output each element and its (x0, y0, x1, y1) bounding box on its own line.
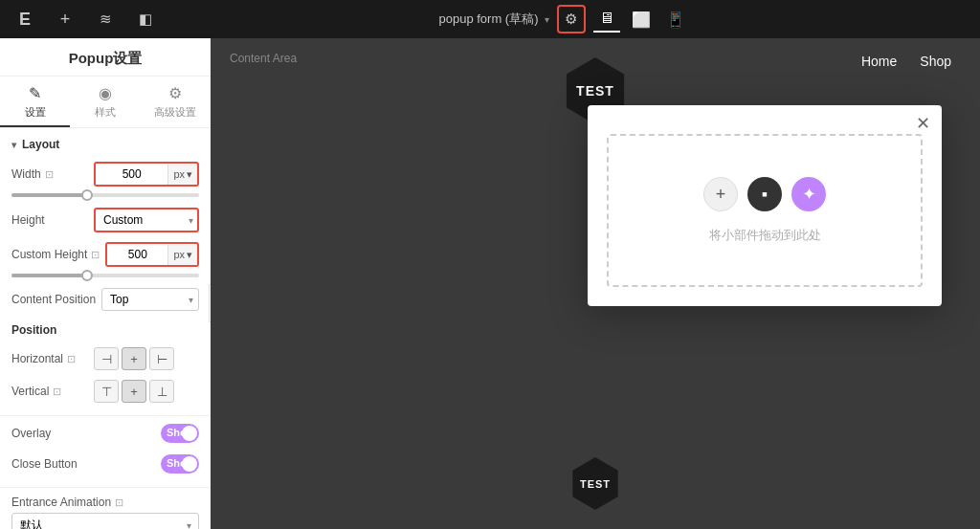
custom-height-input-group: px ▾ (105, 242, 199, 267)
topbar-center: popup form (草稿) ▾ ⚙ 🖥 ⬜ 📱 (438, 5, 688, 33)
width-slider-track (11, 193, 199, 197)
tab-settings-label: 设置 (25, 105, 46, 120)
close-button-label: Close Button (11, 457, 161, 471)
horizontal-row: Horizontal ⊡ ⊣ + ⊢ (11, 342, 199, 375)
content-position-label: Content Position (11, 293, 96, 306)
entrance-animation-select[interactable]: 默认 Fade In Slide In (11, 513, 199, 529)
custom-height-unit-dropdown[interactable]: px ▾ (167, 245, 197, 265)
custom-height-input[interactable] (107, 244, 167, 265)
elementor-icon[interactable]: E (11, 6, 38, 33)
horizontal-align-center-button[interactable]: + (122, 347, 146, 370)
custom-height-slider-fill (11, 274, 86, 277)
bottom-hex-logo: TEST (569, 457, 622, 510)
vertical-align-buttons: ⊤ + ⊥ (94, 380, 199, 403)
tablet-device-button[interactable]: ⬜ (628, 6, 655, 33)
height-select-box: Auto Custom Fit to Screen ▾ (94, 208, 199, 232)
custom-height-responsive-icon: ⊡ (91, 249, 100, 261)
close-button-row: Close Button Show (0, 449, 211, 479)
tab-style[interactable]: ◉ 样式 (70, 77, 140, 127)
custom-height-slider-row (0, 272, 211, 283)
width-unit-chevron-icon: ▾ (187, 168, 192, 181)
entrance-animation-label: Entrance Animation ⊡ (11, 496, 199, 509)
horizontal-label: Horizontal ⊡ (11, 352, 88, 365)
topbar-left: E + ≋ ◧ (11, 6, 159, 33)
vertical-label: Vertical ⊡ (11, 385, 88, 398)
horizontal-align-right-button[interactable]: ⊢ (149, 347, 174, 370)
overlay-toggle-text: Show (167, 427, 194, 438)
content-position-row: Content Position Top Middle Bottom ▾ (0, 283, 211, 316)
position-section: Position Horizontal ⊡ ⊣ + ⊢ Vertical ⊡ (0, 316, 211, 411)
nav-shop[interactable]: Shop (920, 54, 951, 69)
width-responsive-icon: ⊡ (45, 168, 54, 181)
close-button-toggle[interactable]: Show (161, 454, 199, 474)
popup-add-section-button[interactable]: ▪ (747, 177, 782, 211)
popup-modal: ✕ + ▪ ✦ 将小部件拖动到此处 (588, 105, 942, 306)
popup-drop-hint: 将小部件拖动到此处 (709, 227, 821, 244)
close-button-toggle-text: Show (167, 457, 194, 469)
popup-content-area: + ▪ ✦ 将小部件拖动到此处 (607, 134, 923, 287)
height-row: Height Auto Custom Fit to Screen ▾ (0, 203, 211, 237)
custom-height-label: Custom Height ⊡ (11, 248, 100, 261)
topbar: E + ≋ ◧ popup form (草稿) ▾ ⚙ 🖥 ⬜ 📱 (0, 0, 980, 38)
left-panel: Popup设置 ✎ 设置 ◉ 样式 ⚙ 高级设置 ▾ Layout Width (0, 38, 211, 529)
width-row: Width ⊡ px ▾ (0, 157, 211, 191)
entrance-animation-select-wrapper: 默认 Fade In Slide In ▾ (11, 513, 199, 529)
vertical-align-top-button[interactable]: ⊤ (94, 380, 119, 403)
gear-settings-button[interactable]: ⚙ (557, 5, 586, 33)
overlay-toggle[interactable]: Show (161, 424, 199, 443)
mobile-device-button[interactable]: 📱 (662, 6, 689, 33)
bottom-hex-logo-shape: TEST (569, 457, 622, 510)
popup-close-button[interactable]: ✕ (916, 115, 930, 132)
custom-height-unit-chevron-icon: ▾ (187, 249, 192, 261)
canvas-area: Content Area Home Shop TEST TEST ✕ + (211, 38, 980, 529)
horizontal-align-buttons: ⊣ + ⊢ (94, 347, 199, 370)
advanced-tab-icon: ⚙ (168, 84, 182, 102)
popup-form-title: popup form (草稿) ▾ (438, 11, 548, 28)
main-layout: Popup设置 ✎ 设置 ◉ 样式 ⚙ 高级设置 ▾ Layout Width (0, 38, 980, 529)
custom-height-slider-thumb[interactable] (81, 270, 93, 281)
custom-height-row: Custom Height ⊡ px ▾ (0, 237, 211, 272)
tab-settings[interactable]: ✎ 设置 (0, 77, 70, 127)
popup-add-icons: + ▪ ✦ (703, 177, 826, 211)
entrance-animation-responsive-icon: ⊡ (115, 496, 123, 509)
panel-collapse-button[interactable]: ‹ (209, 284, 211, 322)
layout-section-arrow-icon: ▾ (11, 140, 16, 150)
content-position-select[interactable]: Top Middle Bottom (101, 288, 199, 311)
layout-section-label: Layout (22, 138, 59, 151)
width-slider-fill (11, 193, 86, 197)
tab-advanced[interactable]: ⚙ 高级设置 (141, 77, 211, 127)
position-section-label: Position (11, 323, 199, 337)
layers-icon[interactable]: ◧ (132, 6, 159, 33)
custom-height-slider-track (11, 274, 199, 277)
nav-home[interactable]: Home (861, 54, 897, 69)
width-input-group: px ▾ (94, 162, 199, 187)
layout-section-header[interactable]: ▾ Layout (0, 128, 211, 157)
vertical-align-middle-button[interactable]: + (122, 380, 146, 403)
width-slider-thumb[interactable] (81, 189, 93, 201)
tab-advanced-label: 高级设置 (154, 105, 196, 120)
horizontal-responsive-icon: ⊡ (67, 353, 76, 365)
entrance-animation-row: Entrance Animation ⊡ 默认 Fade In Slide In… (0, 487, 211, 529)
popup-add-template-button[interactable]: ✦ (791, 177, 826, 211)
panel-title: Popup设置 (0, 38, 211, 77)
vertical-row: Vertical ⊡ ⊤ + ⊥ (11, 375, 199, 408)
vertical-responsive-icon: ⊡ (53, 386, 61, 398)
history-icon[interactable]: ≋ (92, 6, 119, 33)
settings-tab-icon: ✎ (29, 84, 41, 102)
desktop-device-button[interactable]: 🖥 (593, 6, 620, 33)
style-tab-icon: ◉ (99, 84, 112, 102)
popup-title-chevron-icon[interactable]: ▾ (545, 14, 549, 25)
add-element-icon[interactable]: + (52, 6, 78, 33)
overlay-label: Overlay (11, 427, 161, 440)
content-position-select-box: Top Middle Bottom ▾ (101, 288, 199, 311)
width-unit-dropdown[interactable]: px ▾ (167, 165, 197, 185)
horizontal-align-left-button[interactable]: ⊣ (94, 347, 119, 370)
width-label: Width ⊡ (11, 167, 88, 181)
height-select[interactable]: Auto Custom Fit to Screen (94, 208, 199, 232)
width-input[interactable] (96, 164, 167, 185)
vertical-align-bottom-button[interactable]: ⊥ (149, 380, 174, 403)
popup-add-widget-button[interactable]: + (703, 177, 738, 211)
gear-icon: ⚙ (565, 11, 577, 28)
tab-style-label: 样式 (95, 105, 116, 120)
tabs-bar: ✎ 设置 ◉ 样式 ⚙ 高级设置 (0, 77, 211, 128)
